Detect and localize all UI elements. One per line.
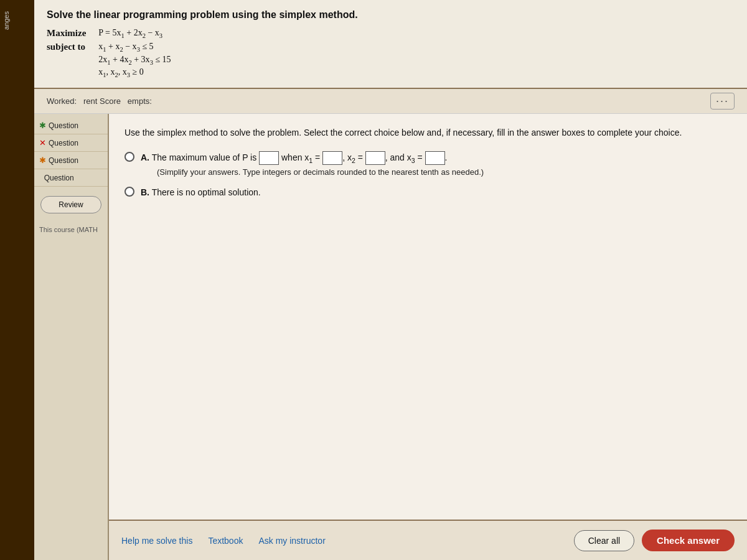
info-bar-left: Worked: rent Score empts: bbox=[47, 96, 152, 106]
choice-b-text: B. There is no optimal solution. bbox=[141, 187, 261, 197]
check-answer-button[interactable]: Check answer bbox=[642, 530, 735, 551]
bottom-bar: Help me solve this Textbook Ask my instr… bbox=[109, 520, 747, 560]
choice-b-label: B. bbox=[141, 187, 149, 197]
clear-all-button[interactable]: Clear all bbox=[574, 530, 634, 551]
radio-b[interactable] bbox=[125, 187, 134, 197]
problem-content: Maximize P = 5x1 + 2x2 − x3 subject to x… bbox=[47, 28, 735, 78]
course-label: This course (MATH bbox=[34, 223, 108, 236]
choice-b-content: B. There is no optimal solution. bbox=[141, 185, 261, 199]
maximize-label: Maximize bbox=[47, 28, 86, 39]
page-layout: ✱ Question ✕ Question ✱ Question Questio… bbox=[34, 114, 747, 560]
side-questions-panel: ✱ Question ✕ Question ✱ Question Questio… bbox=[34, 114, 109, 560]
maximize-equation: P = 5x1 + 2x2 − x3 bbox=[98, 28, 735, 39]
review-button[interactable]: Review bbox=[40, 196, 101, 213]
answer-x2[interactable] bbox=[365, 151, 385, 165]
subject-label: subject to bbox=[47, 42, 86, 78]
choice-b: B. There is no optimal solution. bbox=[125, 185, 731, 199]
sidebar-label: anges bbox=[0, 6, 34, 35]
choice-a-label: A. bbox=[141, 152, 149, 162]
constraint-1: x1 + x2 − x3 ≤ 5 bbox=[98, 42, 735, 53]
side-q-label-1: Question bbox=[49, 121, 78, 130]
side-q-item-4[interactable]: Question bbox=[34, 169, 108, 187]
problem-section: Solve the linear programming problem usi… bbox=[34, 0, 747, 89]
answer-x1[interactable] bbox=[322, 151, 342, 165]
choice-a-subtext: (Simplify your answers. Type integers or… bbox=[157, 167, 484, 177]
answer-x3[interactable] bbox=[425, 151, 445, 165]
choice-a: A. The maximum value of P is when x1 = ,… bbox=[125, 151, 731, 177]
maximize-eq: P = 5x1 + 2x2 − x3 bbox=[98, 28, 735, 39]
check-icon: ✱ bbox=[39, 121, 46, 130]
constraint-3: x1, x2, x3 ≥ 0 bbox=[98, 67, 735, 78]
sidebar: anges bbox=[0, 0, 34, 560]
side-q-label-3: Question bbox=[49, 156, 78, 165]
help-link[interactable]: Help me solve this bbox=[121, 536, 192, 546]
constraint-2: 2x1 + 4x2 + 3x3 ≤ 15 bbox=[98, 55, 735, 66]
info-bar-dots[interactable]: ··· bbox=[710, 93, 735, 110]
question-instruction: Use the simplex method to solve the prob… bbox=[125, 126, 731, 139]
radio-a[interactable] bbox=[125, 152, 134, 162]
textbook-link[interactable]: Textbook bbox=[208, 536, 243, 546]
ask-instructor-link[interactable]: Ask my instructor bbox=[258, 536, 325, 546]
content-right: Use the simplex method to solve the prob… bbox=[109, 114, 747, 560]
bottom-buttons: Clear all Check answer bbox=[574, 530, 735, 551]
problem-title: Solve the linear programming problem usi… bbox=[47, 9, 735, 21]
side-q-item-1[interactable]: ✱ Question bbox=[34, 117, 108, 134]
attempts-label: empts: bbox=[128, 96, 152, 106]
question-area: Use the simplex method to solve the prob… bbox=[109, 114, 747, 520]
x-icon: ✕ bbox=[39, 138, 46, 147]
side-q-item-2[interactable]: ✕ Question bbox=[34, 134, 108, 152]
bottom-links: Help me solve this Textbook Ask my instr… bbox=[121, 536, 326, 546]
side-q-label-4: Question bbox=[44, 174, 74, 182]
none-icon bbox=[39, 173, 42, 182]
constraints: x1 + x2 − x3 ≤ 5 2x1 + 4x2 + 3x3 ≤ 15 x1… bbox=[98, 42, 735, 78]
answer-p[interactable] bbox=[259, 151, 279, 165]
current-score: rent Score bbox=[79, 96, 128, 106]
choices: A. The maximum value of P is when x1 = ,… bbox=[125, 151, 731, 199]
partial-icon: ✱ bbox=[39, 156, 46, 165]
worked-label: Worked: bbox=[47, 96, 77, 106]
choice-a-content: A. The maximum value of P is when x1 = ,… bbox=[141, 151, 484, 177]
side-q-label-2: Question bbox=[49, 139, 78, 147]
main-container: Solve the linear programming problem usi… bbox=[34, 0, 747, 560]
info-bar: Worked: rent Score empts: ··· bbox=[34, 89, 747, 114]
choice-a-text: A. The maximum value of P is when x1 = ,… bbox=[141, 152, 448, 162]
side-q-item-3[interactable]: ✱ Question bbox=[34, 152, 108, 169]
